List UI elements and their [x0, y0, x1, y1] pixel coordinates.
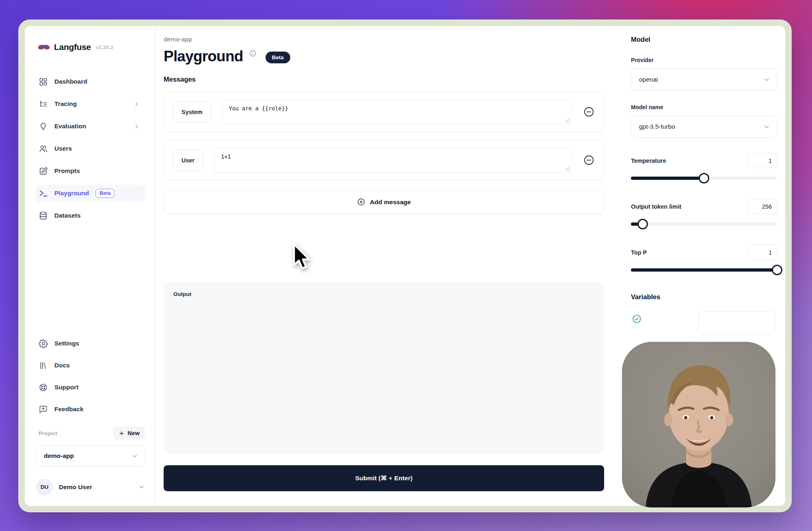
sidebar-item-dashboard[interactable]: Dashboard	[35, 73, 145, 90]
plus-icon	[119, 430, 125, 436]
variable-row	[631, 311, 777, 334]
sidebar-item-support[interactable]: Support	[35, 379, 145, 396]
users-icon	[39, 144, 48, 153]
sidebar-item-label: Settings	[54, 340, 79, 347]
provider-label: Provider	[631, 57, 777, 63]
project-selector[interactable]: demo-app	[35, 445, 145, 466]
presenter-video	[622, 342, 775, 507]
sidebar-item-label: Prompts	[54, 167, 80, 175]
role-selector-button[interactable]: System	[173, 101, 211, 123]
lifebuoy-icon	[39, 383, 48, 392]
slider-thumb[interactable]	[637, 219, 648, 229]
sidebar-item-settings[interactable]: Settings	[35, 335, 145, 352]
project-selected-value: demo-app	[44, 452, 74, 460]
variable-value-input[interactable]	[698, 311, 775, 335]
sidebar-item-label: Docs	[54, 362, 70, 369]
sidebar-item-label: Support	[54, 384, 78, 391]
temperature-slider[interactable]	[631, 173, 777, 183]
temperature-input[interactable]	[747, 153, 777, 168]
sidebar-item-label: Evaluation	[54, 123, 86, 130]
sidebar-footer-nav: Settings Docs Support Feedback	[35, 335, 145, 418]
webcam-overlay	[622, 342, 775, 507]
prompts-edit-icon	[39, 166, 48, 176]
avatar: DU	[36, 479, 53, 495]
breadcrumb[interactable]: demo-app	[164, 36, 604, 43]
lightbulb-icon	[39, 122, 48, 131]
remove-message-button[interactable]	[583, 106, 595, 118]
remove-message-button[interactable]	[583, 154, 595, 166]
sidebar-item-datasets[interactable]: Datasets	[35, 207, 145, 224]
temperature-label: Temperature	[631, 158, 666, 164]
chevron-right-icon	[133, 123, 140, 130]
sidebar-item-label: Playground	[54, 190, 89, 197]
mouse-cursor	[291, 242, 314, 274]
sidebar-item-docs[interactable]: Docs	[35, 357, 145, 374]
role-selector-button[interactable]: User	[173, 150, 203, 171]
terminal-icon	[39, 189, 48, 198]
chevron-down-icon	[763, 76, 770, 83]
sidebar-item-prompts[interactable]: Prompts	[35, 162, 145, 179]
sidebar-item-users[interactable]: Users	[35, 140, 145, 157]
output-label: Output	[173, 291, 191, 297]
provider-value: openai	[639, 76, 658, 83]
app-name: Langfuse	[54, 42, 91, 52]
sidebar-item-label: Feedback	[54, 406, 84, 413]
output-panel: Output	[164, 282, 604, 454]
user-message-input[interactable]: 1+1	[214, 148, 572, 173]
langfuse-logo-icon	[38, 43, 50, 52]
minus-circle-icon	[583, 154, 595, 166]
chevron-down-icon	[138, 484, 145, 490]
sidebar-item-label: Dashboard	[54, 78, 87, 85]
user-name: Demo User	[59, 484, 132, 491]
sidebar-item-label: Datasets	[54, 212, 81, 219]
info-icon[interactable]	[249, 50, 257, 57]
sidebar-nav: Dashboard Tracing Evaluation Users	[35, 73, 145, 224]
chevron-down-icon	[131, 453, 138, 460]
resize-handle[interactable]	[566, 167, 570, 171]
logo[interactable]: Langfuse v2.30.2	[35, 42, 145, 52]
sidebar-item-evaluation[interactable]: Evaluation	[35, 118, 145, 135]
variables-heading: Variables	[631, 293, 777, 301]
feedback-message-icon	[39, 405, 48, 414]
message-row-user: User 1+1	[164, 140, 604, 180]
gear-icon	[39, 339, 48, 348]
sidebar-item-label: Tracing	[54, 100, 77, 108]
output-token-limit-label: Output token limit	[631, 203, 681, 210]
output-token-limit-input[interactable]	[747, 199, 777, 214]
sidebar-item-feedback[interactable]: Feedback	[35, 401, 145, 418]
user-menu[interactable]: DU Demo User	[35, 479, 145, 495]
slider-thumb[interactable]	[699, 173, 709, 183]
sidebar-item-label: Users	[54, 145, 72, 152]
model-name-value: gpt-3.5-turbo	[639, 123, 675, 130]
library-icon	[39, 361, 48, 370]
message-row-system: System You are a {{role}}	[164, 92, 604, 132]
playground-main: demo-app Playground Beta Messages System…	[155, 26, 604, 506]
resize-handle[interactable]	[566, 119, 570, 123]
output-token-limit-slider[interactable]	[631, 219, 777, 229]
slider-thumb[interactable]	[772, 265, 782, 275]
provider-select[interactable]: openai	[631, 69, 777, 91]
check-circle-icon	[632, 314, 642, 324]
beta-badge: Beta	[95, 189, 114, 198]
messages-heading: Messages	[164, 76, 604, 83]
model-heading: Model	[631, 36, 777, 43]
top-p-label: Top P	[631, 249, 647, 256]
system-message-input[interactable]: You are a {{role}}	[222, 99, 572, 125]
model-name-select[interactable]: gpt-3.5-turbo	[631, 116, 777, 138]
sidebar: Langfuse v2.30.2 Dashboard Tracing Evalu…	[25, 26, 155, 506]
top-p-input[interactable]	[747, 245, 777, 260]
app-version: v2.30.2	[96, 44, 113, 50]
minus-circle-icon	[583, 106, 595, 118]
sidebar-item-playground[interactable]: Playground Beta	[35, 185, 145, 202]
sidebar-item-tracing[interactable]: Tracing	[35, 95, 145, 112]
add-message-button[interactable]: Add message	[164, 190, 604, 214]
beta-badge: Beta	[266, 52, 290, 63]
project-label: Project	[39, 430, 57, 436]
plus-circle-icon	[357, 198, 365, 206]
new-project-button[interactable]: New	[113, 427, 145, 440]
submit-button[interactable]: Submit (⌘ + Enter)	[164, 465, 604, 491]
model-name-label: Model name	[631, 104, 777, 110]
dashboard-grid-icon	[39, 77, 48, 86]
top-p-slider[interactable]	[631, 265, 777, 275]
chevron-right-icon	[133, 101, 140, 108]
